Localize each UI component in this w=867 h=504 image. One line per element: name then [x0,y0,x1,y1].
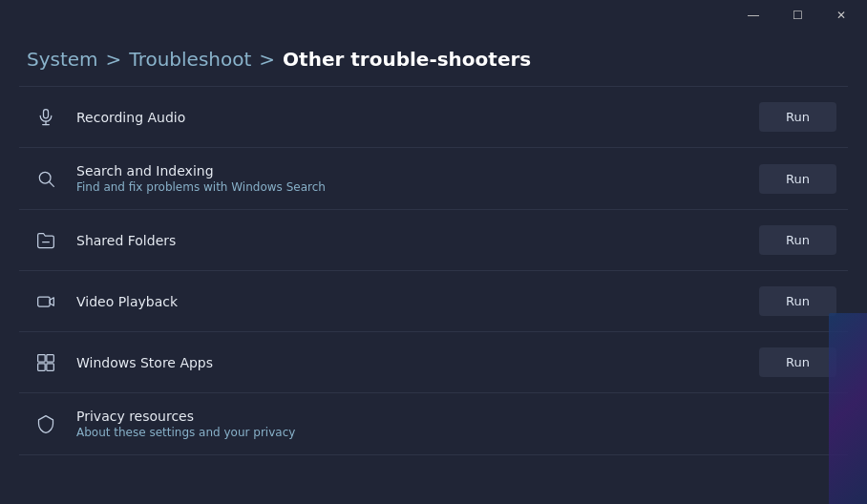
search-indexing-run-button[interactable]: Run [759,164,836,194]
svg-rect-10 [47,363,54,370]
shared-folders-title: Shared Folders [76,233,744,248]
svg-line-4 [50,182,54,187]
row-video-playback: Video Playback Run [19,270,848,331]
breadcrumb-troubleshoot[interactable]: Troubleshoot [129,48,251,71]
row-search-indexing: Search and Indexing Find and fix problem… [19,147,848,209]
svg-rect-7 [38,354,46,362]
title-bar: — ☐ ✕ [0,0,867,31]
content-area: Recording Audio Run Search and Indexing … [0,86,867,504]
row-shared-folders: Shared Folders Run [19,209,848,270]
maximize-button[interactable]: ☐ [775,0,819,31]
close-button[interactable]: ✕ [819,0,863,31]
svg-rect-8 [47,354,54,362]
row-windows-store: Windows Store Apps Run [19,331,848,392]
recording-audio-info: Recording Audio [76,110,744,125]
video-icon [31,292,61,311]
windows-store-title: Windows Store Apps [76,355,744,370]
minimize-button[interactable]: — [731,0,775,31]
side-decoration [829,313,867,504]
microphone-icon [31,108,61,127]
recording-audio-run-button[interactable]: Run [759,102,836,132]
folder-icon [31,231,61,250]
breadcrumb-current: Other trouble-shooters [283,48,531,71]
store-icon [31,353,61,372]
shared-folders-info: Shared Folders [76,233,744,248]
privacy-resources-title: Privacy resources [76,409,836,424]
video-playback-info: Video Playback [76,294,744,309]
recording-audio-title: Recording Audio [76,110,744,125]
breadcrumb-sep1: > [106,48,122,71]
shield-icon [31,414,61,433]
search-indexing-title: Search and Indexing [76,163,744,178]
search-indexing-subtitle: Find and fix problems with Windows Searc… [76,180,744,194]
video-playback-title: Video Playback [76,294,744,309]
shared-folders-run-button[interactable]: Run [759,225,836,255]
row-recording-audio: Recording Audio Run [19,86,848,147]
windows-store-run-button[interactable]: Run [759,347,836,377]
search-indexing-info: Search and Indexing Find and fix problem… [76,163,744,194]
search-icon [31,169,61,188]
svg-rect-6 [38,297,51,306]
breadcrumb-system[interactable]: System [27,48,98,71]
breadcrumb-sep2: > [259,48,275,71]
video-playback-run-button[interactable]: Run [759,286,836,316]
breadcrumb: System > Troubleshoot > Other trouble-sh… [0,31,867,86]
window: — ☐ ✕ System > Troubleshoot > Other trou… [0,0,867,504]
svg-rect-0 [44,109,49,117]
privacy-resources-subtitle[interactable]: About these settings and your privacy [76,426,836,439]
svg-point-3 [39,172,51,183]
svg-rect-9 [38,363,46,370]
windows-store-info: Windows Store Apps [76,355,744,370]
privacy-resources-info: Privacy resources About these settings a… [76,409,836,439]
row-privacy-resources: Privacy resources About these settings a… [19,392,848,455]
